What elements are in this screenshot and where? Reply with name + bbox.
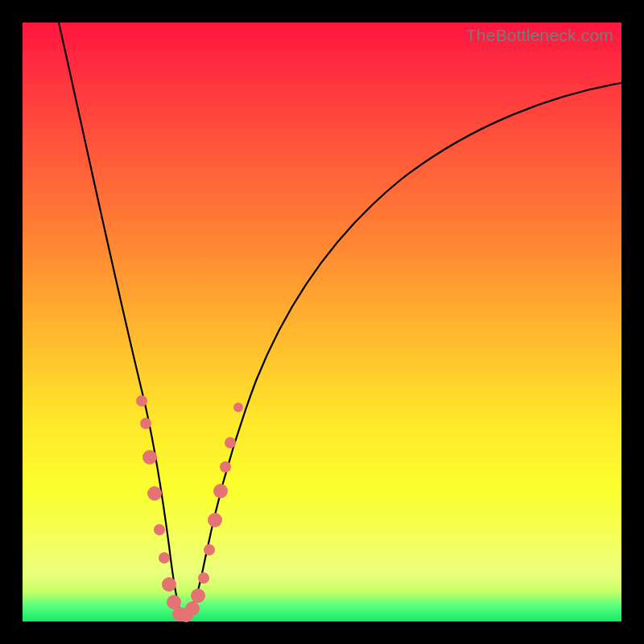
svg-point-16 — [220, 461, 231, 473]
svg-point-6 — [162, 577, 176, 592]
svg-point-13 — [204, 544, 215, 555]
bottleneck-curve — [59, 23, 621, 617]
svg-point-2 — [142, 450, 157, 464]
svg-point-12 — [198, 572, 209, 584]
marker-dots — [136, 395, 243, 622]
svg-point-5 — [159, 552, 170, 564]
plot-area: TheBottleneck.com — [23, 23, 621, 621]
bottleneck-chart — [23, 23, 621, 621]
svg-point-10 — [185, 601, 200, 616]
svg-point-0 — [136, 395, 147, 407]
svg-point-14 — [208, 513, 222, 527]
svg-point-15 — [213, 484, 228, 498]
outer-frame: TheBottleneck.com — [0, 0, 644, 644]
svg-point-3 — [147, 486, 162, 501]
svg-point-1 — [140, 418, 151, 429]
svg-point-18 — [233, 402, 243, 412]
svg-point-11 — [191, 588, 205, 603]
svg-point-17 — [225, 437, 236, 448]
svg-point-4 — [154, 524, 165, 535]
